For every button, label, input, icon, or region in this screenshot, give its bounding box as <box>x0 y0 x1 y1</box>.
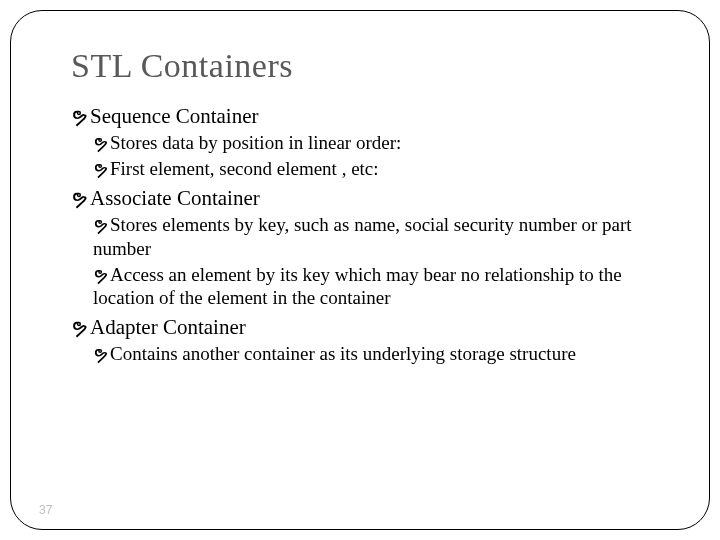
list-item: ຯAssociate Container <box>71 185 669 211</box>
bullet-icon: ຯ <box>71 186 88 210</box>
bullet-icon: ຯ <box>93 214 108 235</box>
bullet-icon: ຯ <box>71 315 88 339</box>
item-text: Contains another container as its underl… <box>110 343 576 364</box>
list-item: ຯAdapter Container <box>71 314 669 340</box>
bullet-icon: ຯ <box>93 158 108 179</box>
bullet-icon: ຯ <box>71 104 88 128</box>
item-text: Sequence Container <box>90 104 259 128</box>
slide-frame: STL Containers ຯSequence Container ຯStor… <box>10 10 710 530</box>
bullet-icon: ຯ <box>93 132 108 153</box>
list-item: ຯAccess an element by its key which may … <box>93 263 669 311</box>
item-text: First element, second element , etc: <box>110 158 379 179</box>
item-text: Stores elements by key, such as name, so… <box>93 214 632 259</box>
list-item: ຯStores data by position in linear order… <box>93 131 669 155</box>
bullet-icon: ຯ <box>93 264 108 285</box>
slide-title: STL Containers <box>71 47 669 85</box>
item-text: Stores data by position in linear order: <box>110 132 401 153</box>
page-number: 37 <box>39 503 52 517</box>
item-text: Access an element by its key which may b… <box>93 264 622 309</box>
bullet-icon: ຯ <box>93 343 108 364</box>
item-text: Adapter Container <box>90 315 246 339</box>
list-item: ຯSequence Container <box>71 103 669 129</box>
item-text: Associate Container <box>90 186 260 210</box>
list-item: ຯStores elements by key, such as name, s… <box>93 213 669 261</box>
list-item: ຯContains another container as its under… <box>93 342 669 366</box>
list-item: ຯFirst element, second element , etc: <box>93 157 669 181</box>
